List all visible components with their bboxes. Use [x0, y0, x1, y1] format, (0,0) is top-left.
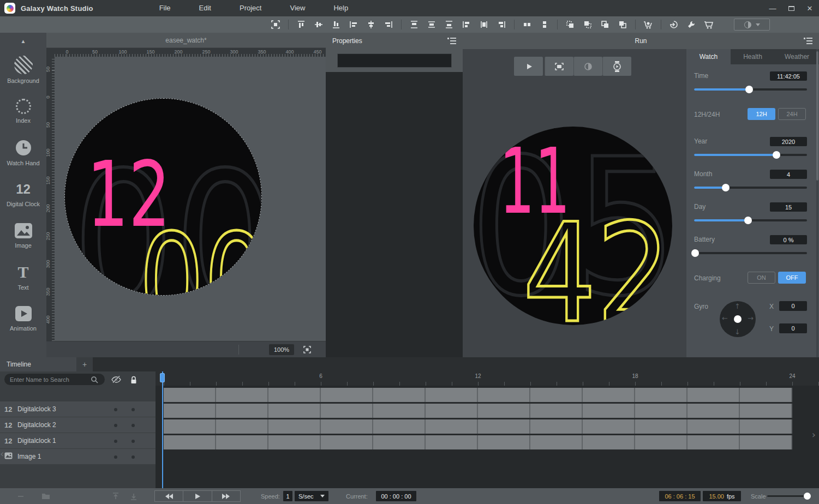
scale-slider-knob[interactable]: [804, 493, 811, 500]
tab-watch[interactable]: Watch: [686, 49, 731, 64]
lock-all-layers-icon[interactable]: [128, 374, 139, 385]
align-horizontal-center-icon[interactable]: [362, 16, 380, 33]
align-bottom-icon[interactable]: [327, 16, 345, 33]
zoom-level-field[interactable]: 100%: [269, 344, 294, 355]
layer-visibility-dot[interactable]: [114, 455, 117, 459]
menu-help[interactable]: Help: [319, 0, 362, 16]
layer-search-box[interactable]: [4, 374, 105, 385]
month-field[interactable]: 4: [770, 170, 807, 179]
hide-all-layers-icon[interactable]: [111, 374, 122, 385]
end-time-field[interactable]: 06 : 06 : 15: [659, 491, 701, 501]
month-slider[interactable]: [694, 184, 807, 191]
project-tab[interactable]: easee_watch*: [165, 37, 206, 44]
folder-icon[interactable]: [41, 488, 50, 504]
align-right-icon[interactable]: [380, 16, 397, 33]
minimize-button[interactable]: —: [763, 0, 782, 16]
tab-weather[interactable]: Weather: [775, 49, 819, 64]
sidebar-item-index[interactable]: Index: [0, 91, 46, 132]
run-on-device-button[interactable]: [602, 57, 631, 76]
theme-preview-button[interactable]: [573, 57, 602, 76]
speed-field[interactable]: 1: [283, 491, 292, 501]
fast-forward-button[interactable]: [212, 491, 240, 501]
format-12h-button[interactable]: 12H: [748, 108, 775, 120]
gyro-down-icon[interactable]: ↓: [734, 328, 740, 336]
gyro-center-handle[interactable]: [734, 315, 742, 323]
download-keyframe-icon[interactable]: [130, 488, 138, 504]
track-digitalclock-2[interactable]: [164, 404, 792, 418]
track-digitalclock-1[interactable]: [164, 419, 792, 434]
sidebar-collapse-button[interactable]: ▲: [0, 33, 46, 49]
menu-edit[interactable]: Edit: [185, 0, 225, 16]
gyro-up-icon[interactable]: ↑: [734, 302, 740, 310]
speed-unit-dropdown[interactable]: S/sec: [295, 491, 328, 501]
year-slider[interactable]: [694, 151, 807, 159]
menu-project[interactable]: Project: [225, 0, 276, 16]
complication-editor-icon[interactable]: [639, 16, 657, 33]
format-24h-button[interactable]: 24H: [778, 108, 806, 120]
battery-slider-knob[interactable]: [691, 249, 699, 257]
gyro-x-field[interactable]: 0: [779, 301, 807, 311]
layer-row-image-1[interactable]: Image 1: [0, 449, 156, 465]
gyro-right-icon[interactable]: →: [748, 314, 754, 322]
sidebar-item-animation[interactable]: Animation: [0, 298, 46, 339]
time-slider-knob[interactable]: [745, 86, 753, 93]
play-button[interactable]: [183, 491, 211, 501]
charging-off-button[interactable]: OFF: [778, 272, 806, 284]
bring-forward-icon[interactable]: [596, 16, 614, 33]
distribute-top-icon[interactable]: [405, 16, 423, 33]
align-left-icon[interactable]: [345, 16, 362, 33]
day-slider-knob[interactable]: [744, 217, 752, 224]
match-width-icon[interactable]: [518, 16, 536, 33]
minute-digits[interactable]: 00: [139, 217, 262, 296]
send-to-back-icon[interactable]: [579, 16, 596, 33]
layer-row-digitalclock-2[interactable]: 12 Digitalclock 2: [0, 417, 156, 433]
sidebar-item-digital-clock[interactable]: 12 Digital Clock: [0, 173, 46, 215]
import-icon[interactable]: [665, 16, 683, 33]
upload-keyframe-icon[interactable]: [112, 488, 119, 504]
sidebar-item-background[interactable]: Background: [0, 49, 46, 91]
match-height-icon[interactable]: [536, 16, 553, 33]
add-timeline-tab-button[interactable]: +: [76, 357, 93, 371]
track-digitalclock-3[interactable]: [164, 388, 792, 403]
bring-to-front-icon[interactable]: [561, 16, 579, 33]
sidebar-item-text[interactable]: T Text: [0, 256, 46, 298]
fit-canvas-icon[interactable]: [302, 344, 313, 355]
battery-field[interactable]: 0 %: [770, 235, 807, 244]
fps-field[interactable]: 15.00 fps: [703, 491, 741, 501]
timeline-scale-slider[interactable]: [767, 495, 810, 497]
maximize-button[interactable]: [782, 0, 800, 16]
layer-lock-dot[interactable]: [131, 440, 135, 443]
current-time-field[interactable]: 00 : 00 : 00: [376, 491, 416, 501]
capture-screenshot-button[interactable]: [545, 57, 573, 76]
build-wrench-icon[interactable]: [683, 16, 700, 33]
distribute-right-icon[interactable]: [493, 16, 510, 33]
charging-on-button[interactable]: ON: [748, 272, 775, 284]
gyro-y-field[interactable]: 0: [779, 323, 807, 333]
day-slider[interactable]: [694, 217, 807, 224]
scroll-right-icon[interactable]: ›: [812, 429, 816, 440]
playhead-handle[interactable]: [160, 373, 165, 382]
run-play-button[interactable]: [514, 57, 543, 76]
send-backward-icon[interactable]: [614, 16, 631, 33]
distribute-vertical-center-icon[interactable]: [423, 16, 440, 33]
gyro-left-icon[interactable]: ←: [722, 314, 728, 322]
day-field[interactable]: 15: [770, 202, 807, 212]
timeline-tab[interactable]: Timeline: [0, 357, 76, 371]
time-field[interactable]: 11:42:05: [770, 71, 807, 81]
layer-lock-dot[interactable]: [131, 408, 135, 411]
properties-name-field[interactable]: [337, 53, 452, 68]
watch-face-design[interactable]: 00 12 00: [64, 98, 262, 296]
sidebar-item-image[interactable]: Image: [0, 215, 46, 256]
gyro-dpad[interactable]: ↑ ↓ ← →: [720, 301, 756, 337]
tab-health[interactable]: Health: [731, 49, 775, 64]
remove-icon[interactable]: [17, 488, 24, 504]
sidebar-item-watch-hand[interactable]: Watch Hand: [0, 132, 46, 173]
theme-selector-dropdown[interactable]: [734, 19, 770, 31]
year-field[interactable]: 2020: [770, 137, 807, 146]
menu-file[interactable]: File: [145, 0, 185, 16]
battery-slider[interactable]: [694, 249, 807, 257]
scroll-left-icon[interactable]: ‹: [0, 448, 4, 459]
watch-panel-scrollbar[interactable]: [816, 49, 818, 357]
properties-menu-icon[interactable]: [447, 38, 456, 44]
canvas-workspace[interactable]: 00 12 00: [55, 57, 326, 341]
